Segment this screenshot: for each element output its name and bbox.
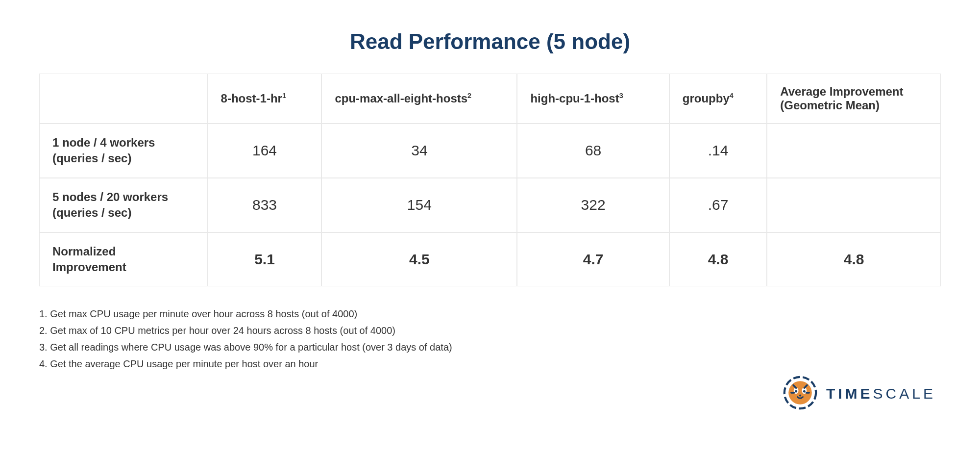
col-label: 8-host-1-hr <box>221 92 282 105</box>
col-label: groupby <box>683 92 730 105</box>
col-label: high-cpu-1-host <box>530 92 619 105</box>
table-header: cpu-max-all-eight-hosts2 <box>321 74 517 124</box>
footnote: 3. Get all readings where CPU usage was … <box>39 339 941 355</box>
cell-value: 4.5 <box>321 232 517 287</box>
row-label-line: (queries / sec) <box>52 206 131 219</box>
cell-value: 4.8 <box>767 232 941 287</box>
row-label: 1 node / 4 workers (queries / sec) <box>39 124 208 178</box>
table-row: Normalized Improvement 5.1 4.5 4.7 4.8 4… <box>39 232 941 287</box>
table-row: 1 node / 4 workers (queries / sec) 164 3… <box>39 124 941 178</box>
cell-value <box>767 178 941 232</box>
table-header-row: 8-host-1-hr1 cpu-max-all-eight-hosts2 hi… <box>39 74 941 124</box>
brand-text-bold: TIME <box>826 385 873 402</box>
table-header: 8-host-1-hr1 <box>208 74 322 124</box>
footnote: 2. Get max of 10 CPU metrics per hour ov… <box>39 323 941 338</box>
cell-value: .14 <box>669 124 767 178</box>
row-label-line: Normalized <box>52 245 116 258</box>
table-header-blank <box>39 74 208 124</box>
col-sup: 3 <box>619 92 623 100</box>
table-header: high-cpu-1-host3 <box>517 74 669 124</box>
brand-text: TIMESCALE <box>826 385 936 402</box>
col-label: cpu-max-all-eight-hosts <box>335 92 467 105</box>
row-label: 5 nodes / 20 workers (queries / sec) <box>39 178 208 232</box>
footnote: 4. Get the average CPU usage per minute … <box>39 356 941 372</box>
table-header: groupby4 <box>669 74 767 124</box>
cell-value: .67 <box>669 178 767 232</box>
cell-value: 164 <box>208 124 322 178</box>
footnote: 1. Get max CPU usage per minute over hou… <box>39 306 941 322</box>
row-label-line: 5 nodes / 20 workers <box>52 190 168 203</box>
row-label-line: 1 node / 4 workers <box>52 136 155 149</box>
footnotes: 1. Get max CPU usage per minute over hou… <box>39 306 941 372</box>
brand-logo: TIMESCALE <box>783 376 936 412</box>
tiger-icon <box>783 376 817 412</box>
row-label-line: (queries / sec) <box>52 152 131 165</box>
brand-text-light: SCALE <box>873 385 936 402</box>
cell-value: 833 <box>208 178 322 232</box>
page-title: Read Performance (5 node) <box>39 29 941 54</box>
cell-value: 4.8 <box>669 232 767 287</box>
svg-point-5 <box>803 390 806 393</box>
svg-point-4 <box>795 390 797 393</box>
cell-value: 4.7 <box>517 232 669 287</box>
svg-point-6 <box>799 395 801 397</box>
row-label-line: Improvement <box>52 260 126 274</box>
table-row: 5 nodes / 20 workers (queries / sec) 833… <box>39 178 941 232</box>
table-header: Average Improvement (Geometric Mean) <box>767 74 941 124</box>
col-sup: 1 <box>282 92 286 100</box>
col-sup: 2 <box>467 92 471 100</box>
col-label: Average Improvement (Geometric Mean) <box>780 85 903 112</box>
cell-value: 5.1 <box>208 232 322 287</box>
cell-value <box>767 124 941 178</box>
cell-value: 154 <box>321 178 517 232</box>
cell-value: 322 <box>517 178 669 232</box>
performance-table: 8-host-1-hr1 cpu-max-all-eight-hosts2 hi… <box>39 74 941 286</box>
row-label: Normalized Improvement <box>39 232 208 287</box>
cell-value: 68 <box>517 124 669 178</box>
col-sup: 4 <box>730 92 734 100</box>
cell-value: 34 <box>321 124 517 178</box>
